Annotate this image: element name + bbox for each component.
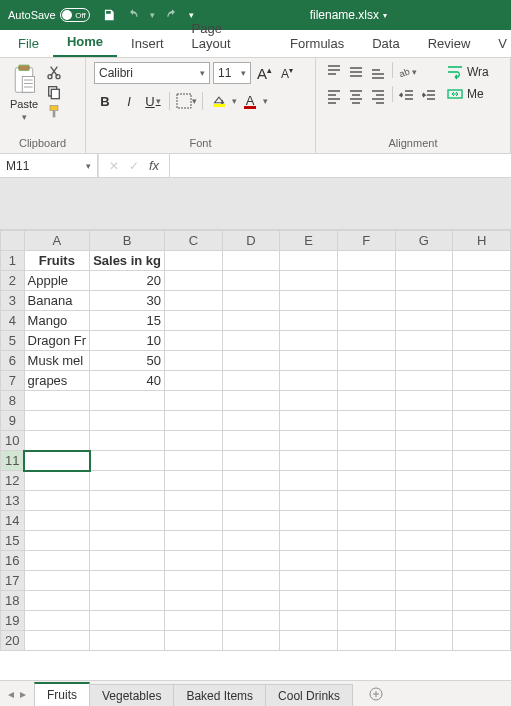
cell-D6[interactable]	[222, 351, 280, 371]
sheet-tab-baked-items[interactable]: Baked Items	[173, 684, 266, 706]
row-header-6[interactable]: 6	[1, 351, 25, 371]
cell-A3[interactable]: Banana	[24, 291, 90, 311]
cell-B18[interactable]	[90, 591, 165, 611]
cell-H7[interactable]	[453, 371, 511, 391]
italic-button[interactable]: I	[118, 90, 140, 112]
row-header-15[interactable]: 15	[1, 531, 25, 551]
cell-E8[interactable]	[280, 391, 338, 411]
cell-H11[interactable]	[453, 451, 511, 471]
cell-F6[interactable]	[337, 351, 395, 371]
cell-A10[interactable]	[24, 431, 90, 451]
cell-C15[interactable]	[165, 531, 223, 551]
cell-F15[interactable]	[337, 531, 395, 551]
cell-D15[interactable]	[222, 531, 280, 551]
cell-C3[interactable]	[165, 291, 223, 311]
cell-A12[interactable]	[24, 471, 90, 491]
cell-G13[interactable]	[395, 491, 453, 511]
cell-G8[interactable]	[395, 391, 453, 411]
cell-D16[interactable]	[222, 551, 280, 571]
borders-button[interactable]: ▾	[175, 90, 197, 112]
cell-E6[interactable]	[280, 351, 338, 371]
cell-G14[interactable]	[395, 511, 453, 531]
cell-E18[interactable]	[280, 591, 338, 611]
cell-A17[interactable]	[24, 571, 90, 591]
cell-B1[interactable]: Sales in kg	[90, 251, 165, 271]
cell-C6[interactable]	[165, 351, 223, 371]
cell-H16[interactable]	[453, 551, 511, 571]
row-header-7[interactable]: 7	[1, 371, 25, 391]
cell-A7[interactable]: grapes	[24, 371, 90, 391]
cell-D1[interactable]	[222, 251, 280, 271]
cell-A14[interactable]	[24, 511, 90, 531]
cell-H1[interactable]	[453, 251, 511, 271]
cell-F19[interactable]	[337, 611, 395, 631]
sheet-nav-prev-icon[interactable]: ◂	[8, 687, 14, 701]
align-middle-icon[interactable]	[346, 62, 366, 82]
cell-F14[interactable]	[337, 511, 395, 531]
cell-F1[interactable]	[337, 251, 395, 271]
increase-indent-icon[interactable]	[419, 86, 439, 106]
format-painter-icon[interactable]	[46, 104, 62, 120]
cell-F11[interactable]	[337, 451, 395, 471]
cell-C20[interactable]	[165, 631, 223, 651]
row-header-16[interactable]: 16	[1, 551, 25, 571]
fx-icon[interactable]: fx	[149, 158, 159, 173]
cell-H13[interactable]	[453, 491, 511, 511]
cell-B9[interactable]	[90, 411, 165, 431]
cell-F10[interactable]	[337, 431, 395, 451]
cell-B6[interactable]: 50	[90, 351, 165, 371]
cell-E1[interactable]	[280, 251, 338, 271]
paste-dropdown-icon[interactable]: ▾	[22, 112, 27, 122]
row-header-13[interactable]: 13	[1, 491, 25, 511]
cell-H8[interactable]	[453, 391, 511, 411]
cell-G20[interactable]	[395, 631, 453, 651]
cell-A1[interactable]: Fruits	[24, 251, 90, 271]
tab-view-partial[interactable]: V	[484, 30, 511, 57]
increase-font-icon[interactable]: A▴	[254, 65, 275, 82]
cell-C4[interactable]	[165, 311, 223, 331]
col-header-C[interactable]: C	[165, 231, 223, 251]
tab-file[interactable]: File	[4, 30, 53, 57]
cell-H10[interactable]	[453, 431, 511, 451]
undo-icon[interactable]	[126, 8, 140, 22]
cell-E3[interactable]	[280, 291, 338, 311]
row-header-5[interactable]: 5	[1, 331, 25, 351]
cell-E2[interactable]	[280, 271, 338, 291]
row-header-1[interactable]: 1	[1, 251, 25, 271]
cell-D10[interactable]	[222, 431, 280, 451]
cell-A9[interactable]	[24, 411, 90, 431]
cell-C14[interactable]	[165, 511, 223, 531]
cell-H12[interactable]	[453, 471, 511, 491]
cell-C18[interactable]	[165, 591, 223, 611]
align-bottom-icon[interactable]	[368, 62, 388, 82]
cell-A8[interactable]	[24, 391, 90, 411]
underline-button[interactable]: U▾	[142, 90, 164, 112]
cell-B2[interactable]: 20	[90, 271, 165, 291]
row-header-3[interactable]: 3	[1, 291, 25, 311]
cell-D8[interactable]	[222, 391, 280, 411]
cell-B13[interactable]	[90, 491, 165, 511]
decrease-font-icon[interactable]: A▾	[278, 66, 296, 81]
cell-G11[interactable]	[395, 451, 453, 471]
cell-H19[interactable]	[453, 611, 511, 631]
cell-E7[interactable]	[280, 371, 338, 391]
cell-E10[interactable]	[280, 431, 338, 451]
cell-F12[interactable]	[337, 471, 395, 491]
row-header-10[interactable]: 10	[1, 431, 25, 451]
cell-E12[interactable]	[280, 471, 338, 491]
cell-C8[interactable]	[165, 391, 223, 411]
cell-C13[interactable]	[165, 491, 223, 511]
cell-C2[interactable]	[165, 271, 223, 291]
tab-review[interactable]: Review	[414, 30, 485, 57]
cell-A2[interactable]: Appple	[24, 271, 90, 291]
cell-D7[interactable]	[222, 371, 280, 391]
cell-G15[interactable]	[395, 531, 453, 551]
cell-B16[interactable]	[90, 551, 165, 571]
align-left-icon[interactable]	[324, 86, 344, 106]
cell-G19[interactable]	[395, 611, 453, 631]
toggle-switch[interactable]: Off	[60, 8, 90, 22]
cell-F4[interactable]	[337, 311, 395, 331]
col-header-B[interactable]: B	[90, 231, 165, 251]
tab-insert[interactable]: Insert	[117, 30, 178, 57]
row-header-11[interactable]: 11	[1, 451, 25, 471]
